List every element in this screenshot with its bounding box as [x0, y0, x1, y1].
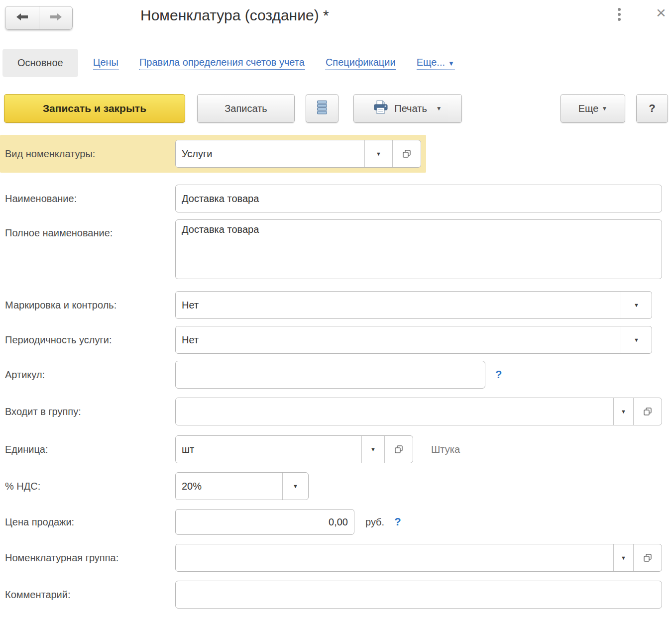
periodichnost-label: Периодичность услуги: — [5, 334, 175, 346]
open-icon[interactable] — [392, 140, 421, 167]
field-row-edinitsa: Единица: ▼ Штука — [0, 435, 672, 463]
tsena-prodazhi-label: Цена продажи: — [5, 516, 175, 528]
edinitsa-label: Единица: — [5, 444, 175, 455]
nds-input[interactable] — [176, 473, 282, 500]
artikul-input[interactable] — [175, 361, 485, 389]
field-row-vid-nomenklatury: Вид номенклатуры: ▼ — [0, 135, 426, 173]
close-icon[interactable]: × — [656, 4, 666, 21]
nomenklaturnaya-gruppa-input[interactable] — [176, 544, 613, 571]
section-tabs: Основное Цены Правила определения счетов… — [2, 49, 672, 77]
nds-combo: ▼ — [175, 472, 309, 500]
tab-osnovnoe[interactable]: Основное — [2, 49, 78, 77]
chevron-down-icon: ▼ — [601, 105, 607, 112]
polnoe-naimenovanie-label: Полное наименование: — [5, 227, 175, 239]
field-row-artikul: Артикул: ? — [0, 361, 672, 389]
polnoe-naimenovanie-textarea[interactable]: Доставка товара — [175, 219, 662, 279]
nomenklaturnaya-gruppa-combo: ▼ — [175, 544, 662, 572]
field-row-nds: % НДС: ▼ — [0, 472, 672, 500]
open-icon[interactable] — [633, 544, 662, 571]
chevron-down-icon: ▼ — [448, 60, 454, 67]
field-row-markirovka: Маркировка и контроль: ▼ — [0, 291, 672, 319]
markirovka-label: Маркировка и контроль: — [5, 300, 175, 311]
history-nav — [5, 6, 73, 30]
naimenovanie-input[interactable] — [175, 185, 662, 212]
field-row-vhodit-v-gruppu: Входит в группу: ▼ — [0, 398, 672, 425]
field-row-tsena-prodazhi: Цена продажи: руб. ? — [0, 509, 672, 535]
dropdown-arrow-icon[interactable]: ▼ — [613, 544, 633, 571]
main-form: Вид номенклатуры: ▼ Наименование: Полное… — [0, 135, 672, 609]
more-button[interactable]: Еще ▼ — [560, 94, 625, 123]
vhodit-v-gruppu-combo: ▼ — [175, 398, 662, 425]
unit-hint-text: Штука — [431, 444, 460, 455]
chevron-down-icon: ▼ — [436, 105, 442, 112]
help-icon[interactable]: ? — [394, 515, 401, 528]
back-arrow-icon — [16, 13, 29, 23]
currency-suffix-text: руб. — [365, 516, 384, 528]
vid-nomenklatury-combo: ▼ — [175, 140, 421, 168]
field-row-periodichnost: Периодичность услуги: ▼ ? — [0, 326, 672, 354]
field-row-nomenklaturnaya-gruppa: Номенклатурная группа: ▼ — [0, 544, 672, 572]
tsena-prodazhi-input[interactable] — [175, 509, 354, 535]
tab-tseny[interactable]: Цены — [93, 57, 118, 70]
save-and-close-button[interactable]: Записать и закрыть — [4, 94, 185, 123]
field-row-kommentarij: Комментарий: — [0, 581, 672, 609]
dropdown-arrow-icon[interactable]: ▼ — [621, 292, 652, 318]
kommentarij-input[interactable] — [175, 581, 662, 609]
tab-more[interactable]: Еще...▼ — [417, 57, 454, 70]
kebab-menu-icon[interactable] — [614, 8, 625, 21]
open-icon[interactable] — [633, 398, 662, 425]
nomenklaturnaya-gruppa-label: Номенклатурная группа: — [5, 552, 175, 564]
toolbar: Записать и закрыть Записать — [4, 94, 668, 123]
artikul-label: Артикул: — [5, 369, 175, 381]
vid-nomenklatury-label: Вид номенклатуры: — [5, 148, 175, 160]
vid-nomenklatury-input[interactable] — [176, 140, 364, 167]
open-icon[interactable] — [384, 436, 413, 463]
markirovka-input[interactable] — [176, 292, 621, 318]
naimenovanie-label: Наименование: — [5, 193, 175, 205]
forward-button[interactable] — [39, 6, 72, 29]
back-button[interactable] — [5, 6, 39, 29]
edinitsa-input[interactable] — [176, 436, 361, 463]
dropdown-arrow-icon[interactable]: ▼ — [613, 398, 633, 425]
dropdown-arrow-icon[interactable]: ▼ — [621, 326, 652, 353]
forward-arrow-icon — [49, 13, 62, 23]
field-row-naimenovanie: Наименование: — [0, 185, 672, 212]
window-header: Номенклатура (создание) * × — [0, 0, 672, 32]
vhodit-v-gruppu-label: Входит в группу: — [5, 406, 175, 417]
help-icon[interactable]: ? — [495, 368, 502, 381]
kommentarij-label: Комментарий: — [5, 589, 175, 601]
tab-pravila-schetov[interactable]: Правила определения счетов учета — [139, 57, 305, 70]
tab-specifikacii[interactable]: Спецификации — [326, 57, 396, 70]
vhodit-v-gruppu-input[interactable] — [176, 398, 613, 425]
help-button[interactable]: ? — [636, 94, 668, 123]
dropdown-arrow-icon[interactable]: ▼ — [282, 473, 308, 500]
periodichnost-combo: ▼ — [175, 326, 652, 354]
edinitsa-combo: ▼ — [175, 435, 413, 463]
dropdown-arrow-icon[interactable]: ▼ — [361, 436, 384, 463]
save-button[interactable]: Записать — [197, 94, 295, 123]
nds-label: % НДС: — [5, 481, 175, 492]
register-records-button[interactable] — [306, 94, 338, 123]
field-row-polnoe-naimenovanie: Полное наименование: Доставка товара — [0, 219, 672, 279]
markirovka-combo: ▼ — [175, 291, 652, 319]
dropdown-arrow-icon[interactable]: ▼ — [364, 140, 392, 167]
periodichnost-input[interactable] — [176, 326, 621, 353]
register-stack-icon — [316, 100, 328, 118]
page-title: Номенклатура (создание) * — [140, 7, 329, 24]
print-button[interactable]: Печать ▼ — [353, 94, 462, 123]
printer-icon — [373, 100, 388, 117]
